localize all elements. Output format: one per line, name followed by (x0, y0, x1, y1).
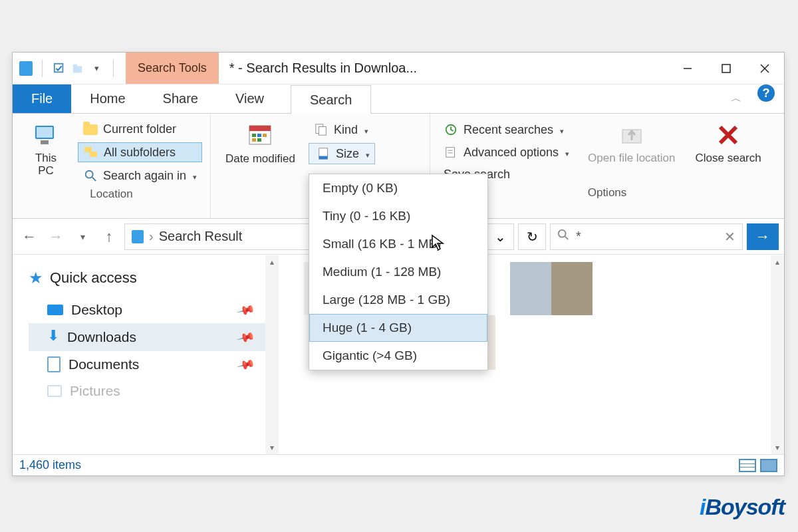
svg-point-12 (86, 171, 93, 178)
sidebar-item-pictures[interactable]: Pictures (29, 378, 272, 404)
pin-icon: 📌 (236, 354, 256, 374)
svg-rect-19 (252, 138, 256, 142)
quick-access-toolbar: ▾ (13, 60, 126, 77)
ribbon-tabs: File Home Share View Search ︿ ? (13, 84, 784, 114)
svg-rect-15 (249, 126, 271, 131)
collapse-ribbon-button[interactable]: ︿ (731, 84, 741, 113)
close-search-button[interactable]: Close search (688, 119, 767, 184)
kind-icon (314, 122, 329, 137)
recent-locations-button[interactable]: ▾ (71, 225, 94, 248)
pin-icon: 📌 (236, 327, 256, 347)
quick-access-header[interactable]: ★ Quick access (29, 269, 272, 287)
address-text: Search Result (159, 229, 243, 244)
size-button[interactable]: Size (309, 143, 375, 164)
minimize-button[interactable] (668, 53, 707, 84)
thumbnails-view-button[interactable] (760, 459, 777, 472)
view-tab[interactable]: View (217, 84, 283, 113)
size-option-large[interactable]: Large (128 MB - 1 GB) (309, 286, 487, 314)
sidebar-item-desktop[interactable]: Desktop 📌 (29, 297, 272, 323)
history-dropdown-button[interactable]: ⌄ (486, 223, 514, 250)
svg-rect-20 (257, 138, 261, 142)
svg-rect-18 (263, 134, 267, 137)
contextual-tab-label: Search Tools (126, 53, 219, 84)
sidebar-item-label: Desktop (71, 302, 122, 318)
search-icon (557, 229, 569, 244)
clear-search-button[interactable]: ✕ (724, 229, 735, 245)
up-button[interactable]: ↑ (98, 225, 120, 248)
svg-rect-2 (73, 64, 77, 66)
date-modified-button[interactable]: Date modified (219, 119, 302, 168)
search-icon (83, 168, 98, 183)
svg-rect-9 (41, 140, 49, 144)
file-tab[interactable]: File (13, 84, 71, 113)
current-folder-label: Current folder (103, 122, 176, 136)
sidebar-item-downloads[interactable]: ⬇ Downloads 📌 (29, 323, 272, 351)
search-tab[interactable]: Search (291, 85, 371, 114)
svg-rect-4 (722, 65, 730, 72)
details-view-button[interactable] (739, 459, 756, 472)
desktop-icon (47, 305, 63, 315)
this-pc-button[interactable]: This PC (21, 119, 71, 185)
search-go-button[interactable]: → (747, 223, 779, 250)
scroll-down-icon[interactable]: ▾ (771, 441, 784, 454)
help-icon[interactable]: ? (757, 84, 775, 102)
share-tab[interactable]: Share (144, 84, 217, 113)
subfolders-icon (84, 145, 98, 160)
ribbon: This PC Current folder All subfolders (13, 114, 784, 219)
svg-rect-0 (55, 63, 63, 72)
scroll-up-icon[interactable]: ▴ (265, 255, 279, 269)
size-option-tiny[interactable]: Tiny (0 - 16 KB) (309, 202, 487, 230)
sidebar-item-label: Pictures (70, 383, 120, 399)
new-folder-icon[interactable] (70, 61, 85, 76)
sidebar-item-label: Documents (68, 356, 139, 372)
advanced-options-button[interactable]: Advanced options (438, 143, 575, 162)
search-input[interactable]: * ✕ (550, 223, 743, 250)
scroll-up-icon[interactable]: ▴ (771, 255, 784, 269)
close-button[interactable] (745, 53, 784, 84)
results-scrollbar[interactable]: ▴ ▾ (771, 255, 784, 454)
separator (42, 60, 43, 77)
chevron-down-icon (192, 169, 197, 183)
search-again-in-label: Search again in (103, 169, 186, 183)
svg-rect-24 (319, 156, 328, 160)
svg-line-13 (92, 178, 96, 181)
item-count: 1,460 items (19, 458, 81, 472)
search-again-in-button[interactable]: Search again in (78, 166, 202, 185)
size-icon (317, 146, 331, 161)
size-dropdown: Empty (0 KB) Tiny (0 - 16 KB) Small (16 … (309, 174, 488, 370)
kind-label: Kind (334, 123, 358, 137)
properties-icon[interactable] (52, 61, 66, 76)
explorer-window: ▾ Search Tools * - Search Results in Dow… (12, 52, 785, 476)
document-icon (47, 356, 61, 372)
size-option-medium[interactable]: Medium (1 - 128 MB) (309, 258, 487, 286)
download-icon: ⬇ (47, 327, 59, 344)
back-button[interactable]: ← (18, 225, 41, 248)
titlebar: ▾ Search Tools * - Search Results in Dow… (13, 53, 784, 84)
size-option-gigantic[interactable]: Gigantic (>4 GB) (309, 342, 487, 370)
location-icon (132, 230, 144, 243)
quick-access-label: Quick access (50, 269, 137, 287)
size-option-huge[interactable]: Huge (1 - 4 GB) (309, 314, 487, 342)
recent-icon (444, 122, 458, 137)
sidebar-item-documents[interactable]: Documents 📌 (29, 351, 272, 378)
svg-rect-22 (319, 126, 326, 135)
sidebar-item-label: Downloads (67, 329, 136, 345)
open-file-location-button[interactable]: Open file location (581, 119, 682, 184)
sidebar-scrollbar[interactable]: ▴ ▾ (265, 255, 279, 454)
all-subfolders-button[interactable]: All subfolders (78, 142, 202, 162)
refresh-button[interactable]: ↻ (518, 223, 546, 250)
home-tab[interactable]: Home (71, 84, 144, 113)
current-folder-button[interactable]: Current folder (78, 120, 202, 138)
advanced-options-label: Advanced options (464, 146, 559, 160)
size-option-empty[interactable]: Empty (0 KB) (309, 174, 487, 202)
kind-button[interactable]: Kind (309, 120, 375, 139)
recent-searches-button[interactable]: Recent searches (438, 120, 575, 139)
customize-qat-icon[interactable]: ▾ (89, 61, 104, 76)
size-option-small[interactable]: Small (16 KB - 1 MB) (309, 230, 487, 258)
separator (113, 60, 114, 77)
forward-button[interactable]: → (45, 225, 67, 248)
maximize-button[interactable] (707, 53, 745, 84)
svg-rect-11 (90, 152, 97, 157)
scroll-down-icon[interactable]: ▾ (265, 441, 279, 454)
watermark: iBoysoft (700, 494, 785, 520)
